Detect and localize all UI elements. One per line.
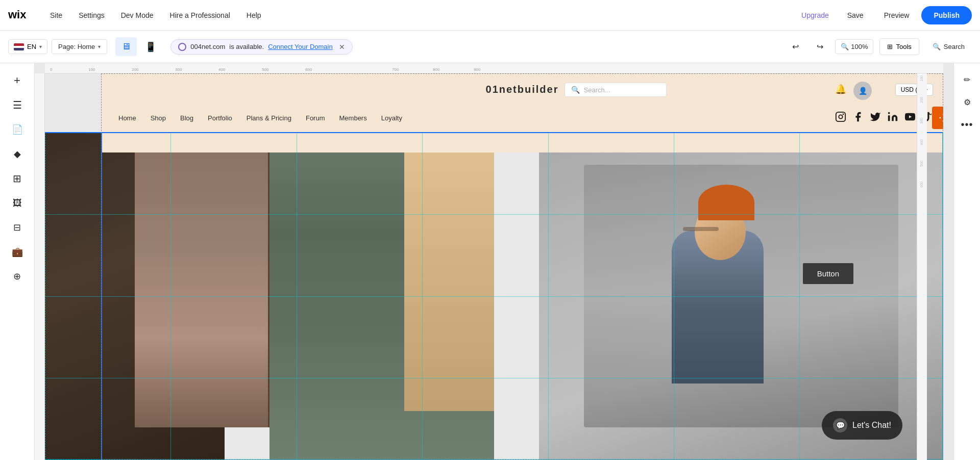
- svg-text:wix: wix: [8, 8, 27, 21]
- pages-button[interactable]: 📄: [6, 118, 29, 141]
- nav-links: Home Shop Blog Portfolio Plans & Pricing…: [111, 110, 835, 126]
- nav-dev-mode[interactable]: Dev Mode: [114, 7, 161, 23]
- tools-button[interactable]: ⊞ Tools: [879, 38, 919, 55]
- website-preview[interactable]: 01netbuilder 🔍 Search... 🔔 👤 USD ($): [45, 73, 943, 460]
- media-button[interactable]: 🖼: [6, 192, 29, 214]
- bg-building-left: [135, 132, 270, 427]
- ruler-mark-700: 700: [392, 67, 399, 72]
- themes-button[interactable]: ◆: [6, 143, 29, 165]
- twitter-icon[interactable]: [870, 111, 881, 125]
- domain-status-pill: 004net.com is available. Connect Your Do…: [170, 39, 352, 55]
- layers-button[interactable]: ⊕: [6, 265, 29, 288]
- desktop-view-button[interactable]: 🖥: [115, 37, 137, 56]
- save-button[interactable]: Save: [839, 7, 872, 23]
- ruler-right-tick-4: 400: [919, 139, 925, 145]
- site-navigation: Home Shop Blog Portfolio Plans & Pricing…: [101, 104, 943, 132]
- more-panel-button[interactable]: •••: [957, 114, 977, 135]
- search-icon: 🔍: [571, 86, 580, 94]
- ruler-mark-400: 400: [218, 67, 225, 72]
- ruler-mark-900: 900: [474, 67, 480, 72]
- add-elements-button[interactable]: +: [6, 69, 29, 92]
- svg-point-3: [843, 113, 844, 115]
- nav-site[interactable]: Site: [43, 7, 69, 23]
- chat-bubble[interactable]: 💬 Let's Chat!: [822, 411, 902, 440]
- zoom-icon: 🔍: [841, 43, 849, 50]
- mobile-view-button[interactable]: 📱: [139, 37, 162, 57]
- canvas-area[interactable]: 0 100 200 300 400 500 600 700 800 900: [35, 63, 953, 460]
- nav-link-loyalty[interactable]: Loyalty: [374, 110, 409, 126]
- nav-help[interactable]: Help: [239, 7, 268, 23]
- nav-link-shop[interactable]: Shop: [143, 110, 173, 126]
- wix-logo[interactable]: wix: [8, 6, 33, 24]
- publish-button[interactable]: Publish: [921, 6, 972, 24]
- nav-hire-professional[interactable]: Hire a Professional: [163, 7, 237, 23]
- settings-panel-button[interactable]: ⚙: [957, 92, 977, 112]
- site-search-box[interactable]: 🔍 Search...: [565, 83, 667, 97]
- person-hat: [698, 185, 754, 220]
- nav-items: Site Settings Dev Mode Hire a Profession…: [43, 7, 419, 23]
- ruler-vertical-right: 100 200 300 400 500 600: [917, 73, 927, 460]
- search-button[interactable]: 🔍 Search: [925, 39, 972, 55]
- top-navigation: wix Site Settings Dev Mode Hire a Profes…: [0, 0, 980, 31]
- editor-area: + ☰ 📄 ◆ ⊞ 🖼 ⊟ 💼 ⊕ 0 100 200 300 400 500 …: [0, 63, 980, 460]
- notification-bell-icon[interactable]: 🔔: [835, 84, 846, 95]
- nav-settings[interactable]: Settings: [71, 7, 112, 23]
- user-avatar[interactable]: 👤: [853, 82, 872, 100]
- ruler-right-tick-3: 300: [919, 118, 925, 124]
- tools-label: Tools: [896, 43, 911, 50]
- zoom-level: 100%: [851, 43, 868, 50]
- language-selector[interactable]: EN ▾: [8, 39, 47, 54]
- bg-center-building: [404, 148, 494, 411]
- ruler-right-tick-6: 600: [919, 182, 925, 188]
- ruler-mark-100: 100: [88, 67, 95, 72]
- grid-icon: ⊞: [887, 43, 893, 50]
- nav-link-members[interactable]: Members: [332, 110, 374, 126]
- flag-icon: [14, 43, 24, 50]
- page-label: Page: Home: [58, 43, 95, 50]
- site-logo: 01netbuilder: [486, 84, 559, 95]
- ruler-right-tick-5: 500: [919, 161, 925, 167]
- redo-button[interactable]: ↪: [811, 38, 829, 56]
- nav-link-plans[interactable]: Plans & Pricing: [239, 110, 299, 126]
- ruler-mark-300: 300: [175, 67, 182, 72]
- youtube-icon[interactable]: [904, 111, 916, 125]
- ruler-mark-800: 800: [433, 67, 439, 72]
- section-drag-handle[interactable]: [932, 107, 943, 129]
- nav-link-forum[interactable]: Forum: [299, 110, 332, 126]
- chat-icon: 💬: [833, 418, 847, 432]
- second-toolbar: EN ▾ Page: Home ▾ 🖥 📱 004net.com is avai…: [0, 31, 980, 63]
- currency-selector[interactable]: USD ($) ▾: [895, 84, 933, 96]
- edit-panel-button[interactable]: ✏: [957, 69, 977, 90]
- search-icon: 🔍: [933, 43, 941, 50]
- ruler-horizontal: 0 100 200 300 400 500 600 700 800 900: [45, 63, 943, 73]
- zoom-control[interactable]: 🔍 100%: [835, 39, 873, 54]
- preview-button[interactable]: Preview: [876, 7, 918, 23]
- chevron-down-icon: ▾: [98, 44, 101, 49]
- instagram-icon[interactable]: [835, 111, 846, 125]
- facebook-icon[interactable]: [852, 111, 864, 125]
- right-panel: ✏ ⚙ •••: [953, 63, 980, 460]
- menus-button[interactable]: ☰: [6, 94, 29, 116]
- close-icon[interactable]: ✕: [339, 43, 345, 51]
- nav-link-portfolio[interactable]: Portfolio: [201, 110, 239, 126]
- device-switcher: 🖥 📱: [115, 37, 162, 57]
- data-button[interactable]: ⊟: [6, 216, 29, 239]
- svg-rect-1: [836, 112, 845, 121]
- business-button[interactable]: 💼: [6, 241, 29, 263]
- upgrade-button[interactable]: Upgrade: [795, 7, 835, 23]
- hero-button[interactable]: Button: [803, 263, 853, 284]
- person-glasses: [683, 227, 719, 231]
- undo-button[interactable]: ↩: [786, 38, 804, 56]
- apps-button[interactable]: ⊞: [6, 167, 29, 190]
- nav-link-blog[interactable]: Blog: [173, 110, 201, 126]
- connect-domain-link[interactable]: Connect Your Domain: [268, 43, 332, 50]
- hero-section[interactable]: Button 💬 Let's Chat!: [45, 132, 943, 460]
- ruler-mark-200: 200: [132, 67, 138, 72]
- page-selector[interactable]: Page: Home ▾: [52, 39, 107, 54]
- svg-point-2: [839, 115, 842, 118]
- chat-label: Let's Chat!: [852, 421, 891, 430]
- nav-link-home[interactable]: Home: [111, 110, 143, 126]
- linkedin-icon[interactable]: [887, 111, 898, 125]
- left-sidebar: + ☰ 📄 ◆ ⊞ 🖼 ⊟ 💼 ⊕: [0, 63, 35, 460]
- nav-right-actions: Upgrade Save Preview Publish: [795, 6, 972, 24]
